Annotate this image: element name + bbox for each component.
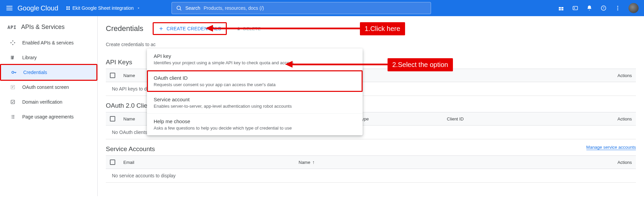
hamburger-icon[interactable] bbox=[5, 4, 13, 12]
sidebar-item-oauth-consent[interactable]: OAuth consent screen bbox=[0, 80, 97, 95]
col-actions: Actions bbox=[605, 73, 632, 78]
svg-rect-4 bbox=[561, 9, 563, 10]
svg-point-10 bbox=[617, 9, 618, 10]
arrow-head-two bbox=[285, 61, 293, 68]
sidebar-item-label: Credentials bbox=[23, 70, 47, 75]
table-header-sa: Email Name ↑ Actions bbox=[106, 155, 636, 169]
col-type[interactable]: Type bbox=[359, 116, 447, 121]
search-placeholder: Products, resources, docs (/) bbox=[204, 5, 264, 11]
sidebar-item-label: OAuth consent screen bbox=[22, 84, 69, 90]
search-container: Search Products, resources, docs (/) bbox=[172, 2, 431, 14]
menu-item-desc: Asks a few questions to help you decide … bbox=[154, 126, 356, 131]
select-all-checkbox[interactable] bbox=[110, 73, 115, 78]
content-area: Credentials CREATE CREDENTIALS DELETE Cr… bbox=[98, 16, 644, 196]
svg-point-0 bbox=[177, 6, 181, 10]
more-vert-icon[interactable] bbox=[614, 5, 621, 11]
callout-two: 2.Select the option bbox=[388, 58, 453, 71]
project-name: Ekit Google Sheet integration bbox=[72, 5, 134, 11]
svg-rect-2 bbox=[561, 7, 563, 9]
check-box-icon bbox=[9, 99, 16, 105]
chevron-down-icon bbox=[136, 6, 141, 10]
svg-text:?: ? bbox=[603, 6, 604, 10]
svg-rect-15 bbox=[11, 56, 12, 60]
logo[interactable]: Google Cloud bbox=[18, 4, 58, 12]
menu-item-title: OAuth client ID bbox=[154, 75, 356, 81]
diamond-grid-icon bbox=[9, 39, 16, 46]
sidebar-item-page-usage[interactable]: Page usage agreements bbox=[0, 109, 97, 124]
svg-rect-3 bbox=[559, 9, 561, 10]
svg-point-18 bbox=[12, 71, 14, 73]
sidebar-item-domain-verification[interactable]: Domain verification bbox=[0, 95, 97, 109]
menu-item-title: Help me choose bbox=[154, 118, 356, 124]
create-credentials-menu: API key Identifies your project using a … bbox=[147, 48, 363, 135]
sidebar-item-credentials[interactable]: Credentials bbox=[1, 65, 96, 80]
svg-point-9 bbox=[617, 8, 618, 9]
svg-rect-11 bbox=[12, 40, 13, 42]
app-header: Google Cloud Ekit Google Sheet integrati… bbox=[0, 0, 644, 16]
avatar[interactable] bbox=[628, 3, 639, 13]
sort-up-icon: ↑ bbox=[312, 160, 315, 165]
svg-rect-14 bbox=[12, 44, 13, 45]
menu-item-api-key[interactable]: API key Identifies your project using a … bbox=[147, 48, 363, 70]
main-layout: API APIs & Services Enabled APIs & servi… bbox=[0, 16, 644, 196]
gift-icon[interactable] bbox=[558, 5, 564, 11]
library-icon bbox=[9, 54, 16, 61]
logo-suffix: Cloud bbox=[41, 4, 58, 12]
menu-item-service-account[interactable]: Service account Enables server-to-server… bbox=[147, 92, 363, 114]
svg-rect-5 bbox=[573, 6, 578, 10]
project-dots-icon bbox=[66, 6, 70, 10]
select-all-checkbox[interactable] bbox=[110, 160, 115, 165]
list-icon bbox=[9, 113, 16, 120]
api-icon: API bbox=[7, 25, 17, 30]
sidebar: API APIs & Services Enabled APIs & servi… bbox=[0, 16, 98, 196]
menu-item-help-me-choose[interactable]: Help me choose Asks a few questions to h… bbox=[147, 114, 363, 135]
svg-rect-12 bbox=[10, 42, 12, 43]
col-actions: Actions bbox=[605, 116, 632, 121]
menu-item-desc: Enables server-to-server, app-level auth… bbox=[154, 104, 356, 109]
menu-item-desc: Requests user consent so your app can ac… bbox=[154, 82, 356, 87]
sidebar-item-enabled-apis[interactable]: Enabled APIs & services bbox=[0, 35, 97, 50]
sidebar-item-label: Page usage agreements bbox=[22, 114, 74, 119]
page-title: Credentials bbox=[106, 24, 143, 33]
section-title-sa: Service Accounts bbox=[106, 145, 155, 153]
empty-sa: No service accounts to display bbox=[106, 169, 636, 183]
sidebar-item-label: Enabled APIs & services bbox=[22, 40, 74, 45]
project-selector[interactable]: Ekit Google Sheet integration bbox=[66, 5, 141, 11]
svg-rect-13 bbox=[14, 42, 15, 43]
logo-prefix: Google bbox=[18, 4, 39, 12]
col-clientid[interactable]: Client ID bbox=[447, 116, 605, 121]
sidebar-item-label: Domain verification bbox=[22, 99, 62, 105]
key-icon bbox=[10, 69, 17, 76]
menu-item-oauth-client-id[interactable]: OAuth client ID Requests user consent so… bbox=[147, 70, 363, 92]
console-icon[interactable] bbox=[572, 5, 579, 11]
sidebar-title: APIs & Services bbox=[21, 24, 65, 31]
callout-one: 1.Click here bbox=[360, 22, 405, 35]
col-sa-name-label: Name bbox=[299, 160, 310, 165]
search-input[interactable]: Search Products, resources, docs (/) bbox=[172, 2, 431, 14]
select-all-checkbox[interactable] bbox=[110, 116, 115, 121]
consent-icon bbox=[9, 84, 16, 91]
arrow-line-two bbox=[292, 64, 388, 65]
col-actions: Actions bbox=[447, 160, 632, 165]
col-email[interactable]: Email bbox=[123, 160, 299, 165]
header-icons: ? bbox=[558, 3, 639, 13]
sa-header-row: Service Accounts Manage service accounts bbox=[106, 139, 636, 155]
svg-rect-1 bbox=[559, 7, 561, 9]
search-label: Search bbox=[185, 5, 200, 11]
svg-point-8 bbox=[617, 6, 618, 7]
menu-item-title: Service account bbox=[154, 97, 356, 102]
menu-item-title: API key bbox=[154, 53, 356, 59]
search-icon bbox=[176, 5, 182, 11]
svg-rect-20 bbox=[11, 100, 15, 104]
plus-icon bbox=[158, 26, 164, 31]
manage-service-accounts-link[interactable]: Manage service accounts bbox=[586, 145, 636, 150]
svg-rect-19 bbox=[11, 85, 15, 89]
arrow-line-one bbox=[212, 28, 360, 29]
sidebar-item-library[interactable]: Library bbox=[0, 50, 97, 65]
sidebar-item-label: Library bbox=[22, 55, 37, 60]
sidebar-title-row: API APIs & Services bbox=[0, 20, 97, 35]
arrow-head-one bbox=[206, 25, 213, 32]
bell-icon[interactable] bbox=[586, 5, 593, 11]
help-icon[interactable]: ? bbox=[600, 5, 607, 11]
col-sa-name[interactable]: Name ↑ bbox=[299, 160, 447, 165]
